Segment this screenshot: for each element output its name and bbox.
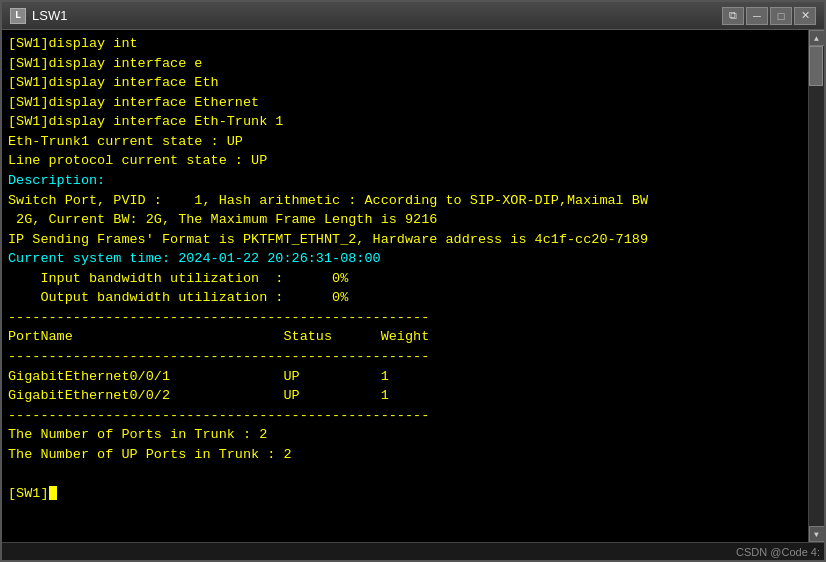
- title-bar: L LSW1 ⧉ ─ □ ✕: [2, 2, 824, 30]
- minimize-button[interactable]: ─: [746, 7, 768, 25]
- restore-button[interactable]: ⧉: [722, 7, 744, 25]
- maximize-button[interactable]: □: [770, 7, 792, 25]
- scrollbar: ▲ ▼: [808, 30, 824, 542]
- bottom-bar-text: CSDN @Code 4:: [736, 546, 820, 558]
- content-area: [SW1]display int [SW1]display interface …: [2, 30, 824, 542]
- cursor: [49, 486, 57, 500]
- scroll-thumb[interactable]: [809, 46, 823, 86]
- scroll-track[interactable]: [809, 46, 824, 526]
- close-button[interactable]: ✕: [794, 7, 816, 25]
- scroll-down-button[interactable]: ▼: [809, 526, 825, 542]
- main-window: L LSW1 ⧉ ─ □ ✕ [SW1]display int [SW1]dis…: [0, 0, 826, 562]
- window-title: LSW1: [32, 8, 722, 23]
- window-icon: L: [10, 8, 26, 24]
- window-controls: ⧉ ─ □ ✕: [722, 7, 816, 25]
- scroll-up-button[interactable]: ▲: [809, 30, 825, 46]
- bottom-bar: CSDN @Code 4:: [2, 542, 824, 560]
- terminal-output[interactable]: [SW1]display int [SW1]display interface …: [2, 30, 808, 542]
